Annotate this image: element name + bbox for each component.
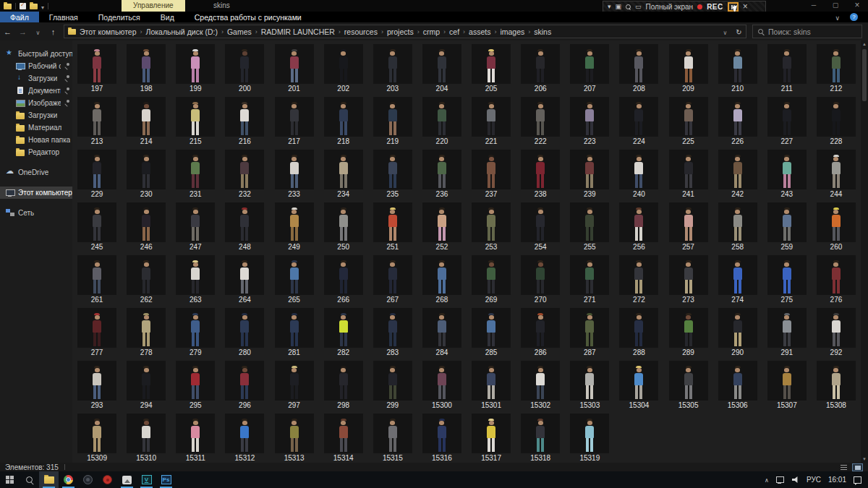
sidebar-item[interactable]: Редактор bbox=[0, 146, 72, 158]
file-item[interactable] bbox=[373, 308, 412, 348]
file-item[interactable] bbox=[521, 414, 560, 453]
sidebar-item[interactable]: Загрузки bbox=[0, 109, 72, 121]
file-item[interactable] bbox=[77, 97, 116, 137]
file-item[interactable] bbox=[718, 97, 757, 137]
breadcrumb-item[interactable]: resources bbox=[341, 27, 381, 36]
obs-taskbar-button[interactable] bbox=[78, 471, 98, 488]
search-input[interactable]: Поиск: skins bbox=[752, 25, 862, 38]
scrollbar-thumb[interactable] bbox=[862, 49, 867, 101]
file-item[interactable] bbox=[77, 414, 116, 453]
file-item[interactable] bbox=[619, 361, 658, 401]
file-item[interactable] bbox=[767, 308, 807, 348]
file-item[interactable] bbox=[570, 308, 609, 348]
sidebar-item[interactable]: Документы bbox=[0, 85, 72, 97]
ribbon-tab[interactable]: Поделиться bbox=[88, 12, 150, 22]
breadcrumb-item[interactable]: RADMIR LAUNCHER bbox=[258, 27, 339, 36]
file-item[interactable] bbox=[422, 44, 461, 84]
file-item[interactable] bbox=[767, 202, 807, 242]
file-item[interactable] bbox=[767, 97, 807, 137]
ribbon-tab[interactable]: Главная bbox=[39, 12, 88, 22]
file-item[interactable] bbox=[669, 255, 708, 295]
file-item[interactable] bbox=[570, 414, 609, 453]
file-item[interactable] bbox=[669, 150, 708, 189]
contextual-tab-header[interactable]: Управление bbox=[122, 0, 185, 12]
file-item[interactable] bbox=[275, 255, 314, 295]
file-item[interactable] bbox=[472, 150, 511, 189]
checkbox-icon[interactable] bbox=[20, 3, 26, 9]
file-item[interactable] bbox=[275, 414, 314, 453]
file-item[interactable] bbox=[225, 308, 264, 348]
file-item[interactable] bbox=[77, 255, 116, 295]
file-item[interactable] bbox=[127, 308, 166, 348]
sidebar-item[interactable]: Материал bbox=[0, 121, 72, 134]
file-item[interactable] bbox=[472, 44, 511, 84]
file-item[interactable] bbox=[422, 202, 461, 242]
file-item[interactable] bbox=[324, 414, 363, 453]
file-item[interactable] bbox=[472, 202, 511, 242]
ribbon-tab[interactable]: Вид bbox=[150, 12, 184, 22]
file-item[interactable] bbox=[521, 97, 560, 137]
minimize-button[interactable] bbox=[803, 0, 825, 12]
start-taskbar-button[interactable] bbox=[0, 471, 20, 488]
file-item[interactable] bbox=[77, 308, 116, 348]
file-item[interactable] bbox=[373, 361, 412, 401]
file-item[interactable] bbox=[176, 97, 215, 137]
file-item[interactable] bbox=[275, 150, 314, 189]
clock[interactable]: 16:01 bbox=[828, 476, 846, 484]
file-item[interactable] bbox=[619, 308, 658, 348]
file-item[interactable] bbox=[570, 255, 609, 295]
breadcrumb-item[interactable]: cef bbox=[446, 27, 463, 36]
details-view-button[interactable] bbox=[838, 463, 849, 471]
vegas-taskbar-button[interactable]: V bbox=[137, 471, 156, 488]
scroll-down-icon[interactable]: ▼ bbox=[861, 455, 868, 463]
file-item[interactable] bbox=[619, 97, 658, 137]
address-dropdown-icon[interactable] bbox=[718, 27, 732, 36]
file-item[interactable] bbox=[176, 255, 215, 295]
breadcrumb-item[interactable]: projects bbox=[383, 27, 417, 36]
maximize-button[interactable] bbox=[825, 0, 846, 12]
collapse-ribbon-icon[interactable] bbox=[835, 13, 840, 22]
file-item[interactable] bbox=[176, 414, 215, 453]
file-item[interactable] bbox=[521, 308, 560, 348]
file-item[interactable] bbox=[324, 202, 363, 242]
file-item[interactable] bbox=[275, 97, 314, 137]
folder-icon[interactable] bbox=[4, 4, 12, 9]
tray-chevron-up-icon[interactable] bbox=[765, 476, 769, 484]
file-item[interactable] bbox=[718, 361, 757, 401]
sidebar-item[interactable]: Этот компьютер bbox=[0, 187, 72, 199]
file-item[interactable] bbox=[77, 202, 116, 242]
ribbon-tab[interactable]: Файл bbox=[0, 12, 39, 22]
explorer-taskbar-button[interactable] bbox=[39, 471, 59, 488]
breadcrumb-item[interactable]: Games bbox=[224, 27, 255, 36]
contextual-tab[interactable]: Средства работы с рисунками bbox=[184, 12, 312, 22]
recorder-taskbar-button[interactable] bbox=[98, 471, 117, 488]
file-item[interactable] bbox=[422, 97, 461, 137]
refresh-icon[interactable] bbox=[732, 27, 746, 36]
file-item[interactable] bbox=[669, 44, 708, 84]
file-item[interactable] bbox=[275, 44, 314, 84]
file-item[interactable] bbox=[225, 44, 264, 84]
file-item[interactable] bbox=[521, 202, 560, 242]
breadcrumb-item[interactable]: images bbox=[496, 27, 528, 36]
file-item[interactable] bbox=[127, 202, 166, 242]
file-item[interactable] bbox=[570, 97, 609, 137]
file-item[interactable] bbox=[521, 44, 560, 84]
sidebar-item[interactable]: OneDrive bbox=[0, 166, 72, 179]
file-item[interactable] bbox=[373, 255, 412, 295]
sidebar-item[interactable]: Изображения bbox=[0, 97, 72, 109]
volume-icon[interactable] bbox=[792, 476, 799, 483]
breadcrumb-item[interactable]: Локальный диск (D:) bbox=[142, 27, 221, 36]
file-item[interactable] bbox=[570, 150, 609, 189]
file-item[interactable] bbox=[225, 414, 264, 453]
magnifier-icon[interactable] bbox=[626, 4, 631, 9]
file-item[interactable] bbox=[324, 361, 363, 401]
file-item[interactable] bbox=[422, 255, 461, 295]
back-button[interactable] bbox=[0, 27, 15, 36]
folder-icon[interactable] bbox=[30, 4, 38, 9]
file-item[interactable] bbox=[373, 44, 412, 84]
file-item[interactable] bbox=[127, 255, 166, 295]
file-item[interactable] bbox=[77, 361, 116, 401]
close-button[interactable] bbox=[846, 0, 868, 12]
file-item[interactable] bbox=[225, 361, 264, 401]
file-item[interactable] bbox=[176, 202, 215, 242]
